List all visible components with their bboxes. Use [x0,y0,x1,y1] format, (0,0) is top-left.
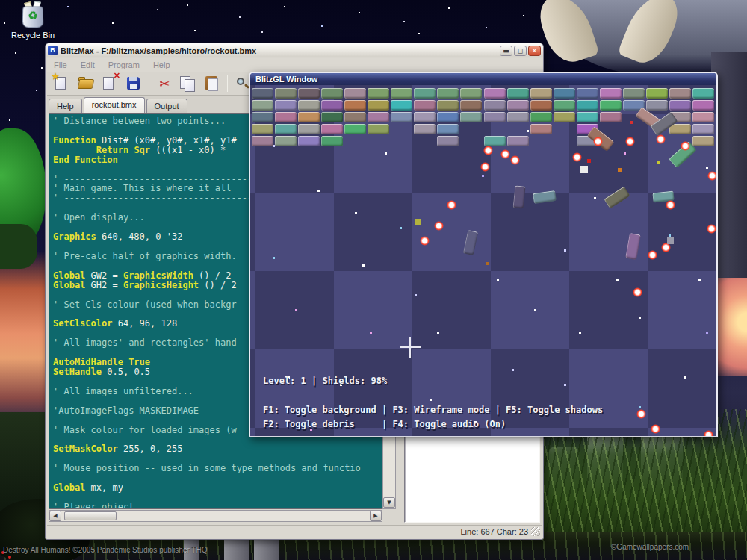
star [639,406,641,408]
spark-particle [707,224,716,234]
star [430,399,432,401]
brick [460,100,482,111]
brick [298,124,320,134]
tab-help[interactable]: Help [49,99,82,113]
particle [587,159,591,163]
star [482,175,484,177]
code-line: Global mx, my [53,483,382,493]
code-line: SetMaskColor 255, 0, 255 [53,444,382,454]
close-button[interactable]: ✕ [528,46,541,56]
brick [692,100,714,111]
brick [252,136,273,146]
menu-program[interactable]: Program [102,60,146,69]
brick [275,124,297,134]
title-bar[interactable]: B BlitzMax - F:/blitzmax/samples/hitoro/… [46,43,543,57]
brick [600,112,622,122]
tab-output[interactable]: Output [146,99,187,113]
recycle-bin-icon[interactable]: ♻ [20,3,46,28]
spark-particle [656,134,666,144]
spark-particle [500,149,510,159]
brick [530,100,552,111]
minimize-button[interactable]: ▬ [500,46,512,56]
paste-icon[interactable] [203,75,221,93]
brick [577,88,598,99]
particle [657,161,660,164]
brick [554,112,575,122]
brick [414,124,436,134]
brick [646,100,668,111]
recycle-symbol-icon: ♻ [20,10,46,21]
close-file-icon[interactable]: ✕ [101,75,119,93]
spark-particle [704,430,713,436]
star [684,376,686,379]
copy-icon[interactable] [179,75,197,93]
cursor-position: Line: 667 Char: 23 [460,527,528,536]
scroll-right-icon[interactable]: ▶ [370,511,382,521]
cut-icon[interactable]: ✂ [155,75,173,93]
horizontal-scroll-thumb[interactable] [64,511,117,520]
recycle-bin[interactable]: ♻ Recycle Bin [9,3,57,40]
brick [530,112,552,122]
new-file-icon[interactable]: ★ [53,75,71,93]
window-title: BlitzMax - F:/blitzmax/samples/hitoro/ro… [61,46,500,55]
particle [486,262,489,265]
brick [669,124,691,134]
brick [344,124,366,134]
brick [507,100,529,111]
brick [437,112,459,122]
brick [484,136,506,146]
menu-help[interactable]: Help [146,60,177,69]
brick [600,100,622,111]
brick [507,88,529,99]
brick [391,100,412,111]
brick [414,112,436,122]
brick [577,100,598,111]
star [400,227,402,229]
open-file-icon[interactable] [77,75,95,93]
brick [460,88,482,99]
brick [391,88,412,99]
game-viewport[interactable]: Level: 1 | Shields: 98% F1: Toggle backg… [250,85,716,436]
code-line: ' Mouse position -- used in some type me… [53,464,382,473]
game-title-bar[interactable]: BlitzGL Window [250,73,716,85]
brick [484,100,506,111]
particle [618,168,622,172]
brick [252,124,273,134]
spark-particle [480,162,490,172]
maximize-button[interactable]: ◻ [514,46,527,56]
star [370,332,372,334]
spark-particle [434,221,444,231]
spark-particle [420,236,430,246]
menu-file[interactable]: File [47,60,74,69]
brick [321,112,343,122]
spark-particle [447,200,456,210]
particle [415,219,421,225]
brick [252,112,273,122]
brick [460,112,482,122]
menu-edit[interactable]: Edit [74,60,102,69]
brick [368,100,389,111]
brick [507,136,529,146]
scroll-left-icon[interactable]: ◀ [49,511,61,521]
brick [321,88,343,99]
hud-help-line2: F2: Toggle debris | F4: Toggle audio (On… [263,419,506,429]
star [317,190,320,192]
spark-particle [666,200,675,210]
particle [580,166,588,173]
star [564,384,566,386]
brick [554,100,575,111]
brick [368,88,389,99]
star [527,130,529,132]
game-window-title: BlitzGL Window [255,75,317,84]
save-file-icon[interactable] [125,75,143,93]
star [624,152,626,155]
debris-brick [533,190,557,204]
brick [391,112,412,122]
tab-rockout-bmx[interactable]: rockout.bmx [84,97,145,113]
brick [321,100,343,111]
scroll-down-icon[interactable]: ▼ [383,497,395,508]
spark-particle [633,287,642,297]
resize-grip[interactable] [531,527,540,536]
brick [298,88,320,99]
editor-horizontal-scrollbar[interactable]: ◀ ▶ [49,510,382,522]
